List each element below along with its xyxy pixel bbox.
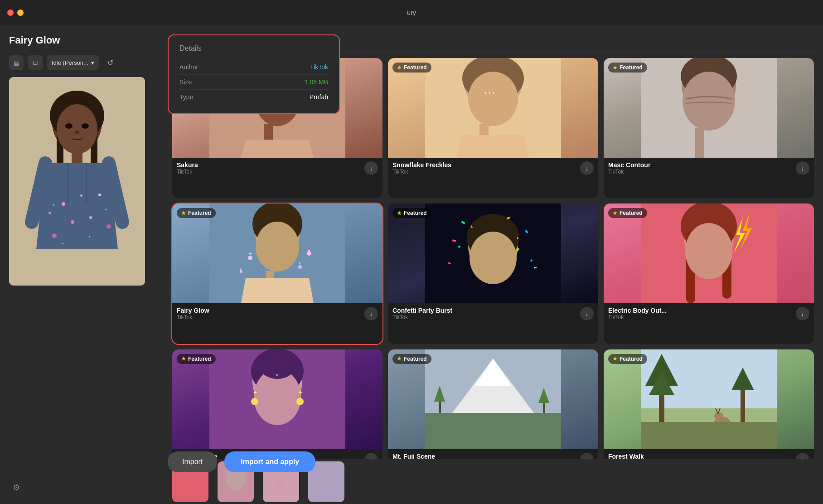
svg-point-36 xyxy=(683,72,735,131)
person-photo: ✦ ✦ ✦ ✦ ✦ xyxy=(9,77,145,286)
svg-rect-37 xyxy=(695,128,704,158)
sakura-download-button[interactable]: ↓ xyxy=(364,161,378,175)
filter-card-snowflake[interactable]: ✦ ✦ ✦ ★ Featured Snowflake Freckles TikT… xyxy=(388,58,598,198)
snowflake-card-info: Snowflake Freckles TikTok xyxy=(392,161,580,175)
filter-card-img-glam: ✦ ✦ ✦ ★ Featured xyxy=(172,349,382,449)
confetti-card-info: Confetti Party Burst TikTok xyxy=(392,307,580,320)
snowflake-featured-label: Featured xyxy=(404,64,427,71)
svg-point-16 xyxy=(107,224,111,229)
filter-card-confetti[interactable]: ✦ ✦ ✦ ★ Featured Confetti Party Burst Ti… xyxy=(388,204,598,344)
star-icon-4: ★ xyxy=(181,210,186,216)
svg-text:✦: ✦ xyxy=(275,373,279,378)
snowflake-download-button[interactable]: ↓ xyxy=(580,161,594,175)
filter-card-fairy-glow[interactable]: ✦ ✦ ✦ ✦ ★ Featured Fairy Glow TikTok ↓ xyxy=(172,204,382,344)
confetti-featured-badge: ★ Featured xyxy=(392,208,431,218)
sidebar-title: Fairy Glow xyxy=(9,34,154,46)
import-button[interactable]: Import xyxy=(168,451,217,472)
idle-person-dropdown[interactable]: Idle (Person... ▾ xyxy=(47,55,99,70)
mountain-img xyxy=(388,349,598,449)
filter-card-img-forest: ★ Featured xyxy=(604,349,814,449)
svg-point-71 xyxy=(685,223,732,279)
fairy-name: Fairy Glow xyxy=(177,307,364,314)
svg-point-30 xyxy=(468,72,518,126)
masc-featured-badge: ★ Featured xyxy=(608,63,647,73)
electric-featured-badge: ★ Featured xyxy=(608,208,647,218)
fairy-img: ✦ ✦ ✦ ✦ xyxy=(172,204,382,303)
sidebar: Fairy Glow ▦ ⊡ Idle (Person... ▾ ↺ xyxy=(0,25,163,504)
type-label: Type xyxy=(179,93,193,101)
filter-card-sakura-bottom: Sakura TikTok ↓ xyxy=(172,158,382,179)
svg-point-6 xyxy=(65,123,73,129)
filter-card-img-fairy: ✦ ✦ ✦ ✦ ★ Featured xyxy=(172,204,382,303)
svg-point-7 xyxy=(82,123,89,129)
camera-icon-button[interactable]: ⊡ xyxy=(28,55,43,70)
download-icon-2: ↓ xyxy=(586,165,589,172)
star-icon-7: ★ xyxy=(181,356,186,362)
refresh-button[interactable]: ↺ xyxy=(103,55,118,70)
settings-button[interactable]: ⚙ xyxy=(9,480,24,495)
confetti-download-button[interactable]: ↓ xyxy=(580,307,594,320)
size-value: 1.06 MB xyxy=(305,78,328,86)
svg-point-11 xyxy=(89,216,92,219)
layers-icon: ▦ xyxy=(14,59,19,66)
filter-card-fairy-bottom: Fairy Glow TikTok ↓ xyxy=(172,303,382,325)
svg-text:✦: ✦ xyxy=(239,267,242,271)
svg-text:✦: ✦ xyxy=(52,203,55,207)
glam-featured-badge: ★ Featured xyxy=(177,354,216,364)
svg-rect-89 xyxy=(425,413,561,449)
filter-card-img-snowflake: ✦ ✦ ✦ ★ Featured xyxy=(388,58,598,158)
person-svg: ✦ ✦ ✦ ✦ ✦ xyxy=(9,77,145,286)
filter-grid: ★ Featured Sakura TikTok ↓ xyxy=(168,53,818,495)
filter-card-confetti-bottom: Confetti Party Burst TikTok ↓ xyxy=(388,303,598,325)
svg-text:✦: ✦ xyxy=(457,244,461,250)
close-button[interactable] xyxy=(7,10,14,16)
download-icon-5: ↓ xyxy=(586,310,589,317)
filter-card-electric[interactable]: ★ Featured Electric Body Out... TikTok ↓ xyxy=(604,204,814,344)
fairy-card-info: Fairy Glow TikTok xyxy=(177,307,364,320)
svg-point-13 xyxy=(98,194,101,196)
mountain-featured-badge: ★ Featured xyxy=(392,354,431,364)
forest-featured-badge: ★ Featured xyxy=(608,354,647,364)
svg-text:✦: ✦ xyxy=(298,261,301,266)
electric-download-button[interactable]: ↓ xyxy=(796,307,809,320)
download-icon-4: ↓ xyxy=(370,310,373,317)
star-icon-9: ★ xyxy=(613,356,617,362)
glam-img: ✦ ✦ ✦ xyxy=(172,349,382,449)
confetti-img: ✦ ✦ ✦ xyxy=(388,204,598,303)
svg-point-81 xyxy=(296,398,304,405)
layers-icon-button[interactable]: ▦ xyxy=(9,55,24,70)
sakura-author: TikTok xyxy=(177,169,364,175)
fairy-download-button[interactable]: ↓ xyxy=(364,307,378,320)
details-popup: Details Author TikTok Size 1.06 MB Type … xyxy=(168,34,340,114)
import-buttons-container: Import Import and apply xyxy=(168,451,315,472)
star-icon-8: ★ xyxy=(397,356,402,362)
filter-card-img-confetti: ✦ ✦ ✦ ★ Featured xyxy=(388,204,598,303)
svg-text:✦: ✦ xyxy=(88,235,91,238)
snowflake-name: Snowflake Freckles xyxy=(392,161,580,169)
filter-card-img-mountain: ★ Featured xyxy=(388,349,598,449)
forest-img xyxy=(604,349,814,449)
type-value: Prefab xyxy=(310,93,328,101)
svg-text:♡: ♡ xyxy=(322,477,331,489)
import-and-apply-button[interactable]: Import and apply xyxy=(224,451,315,472)
sakura-name: Sakura xyxy=(177,161,364,169)
electric-author: TikTok xyxy=(608,314,796,320)
minimize-button[interactable] xyxy=(17,10,24,16)
masc-card-info: Masc Contour TikTok xyxy=(608,161,796,175)
star-icon-6: ★ xyxy=(613,210,617,216)
filter-card-masc[interactable]: ★ Featured Masc Contour TikTok ↓ xyxy=(604,58,814,198)
snowflake-featured-badge: ★ Featured xyxy=(392,63,431,73)
star-icon-5: ★ xyxy=(397,210,402,216)
electric-card-info: Electric Body Out... TikTok xyxy=(608,307,796,320)
svg-point-5 xyxy=(57,104,97,154)
svg-text:♡: ♡ xyxy=(183,474,193,486)
snowflake-img: ✦ ✦ ✦ xyxy=(388,58,598,158)
star-icon-3: ★ xyxy=(613,65,617,71)
mountain-featured-label: Featured xyxy=(404,356,427,362)
traffic-lights xyxy=(7,10,24,16)
svg-point-104 xyxy=(714,412,723,420)
svg-point-54 xyxy=(470,232,517,284)
svg-text:✦: ✦ xyxy=(252,389,258,396)
masc-download-button[interactable]: ↓ xyxy=(796,161,809,175)
masc-featured-label: Featured xyxy=(620,64,643,71)
